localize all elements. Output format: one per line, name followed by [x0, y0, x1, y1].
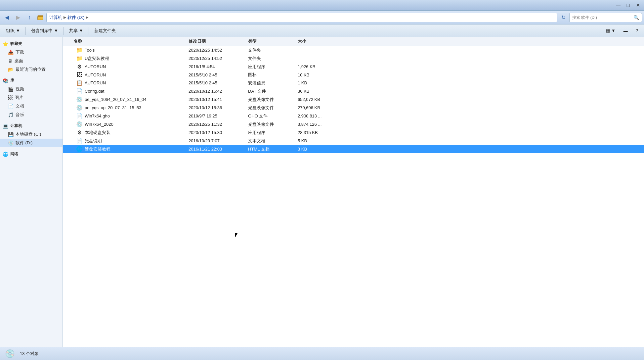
organize-button[interactable]: 组织 ▼	[3, 26, 23, 35]
table-row[interactable]: 📄 Win7x64.gho 2019/9/7 19:25 GHO 文件 2,90…	[63, 112, 644, 120]
maximize-button[interactable]: □	[623, 2, 633, 9]
file-size-cell: 1 KB	[298, 80, 341, 85]
table-row[interactable]: 📁 U盘安装教程 2020/12/25 14:52 文件夹	[63, 54, 644, 63]
minimize-button[interactable]: —	[614, 2, 623, 9]
views-button[interactable]: ▦ ▼	[603, 26, 619, 35]
sidebar-item[interactable]: 📄文档	[0, 102, 63, 111]
table-row[interactable]: ⚙ 本地硬盘安装 2020/10/12 15:30 应用程序 28,315 KB	[63, 128, 644, 137]
sidebar-item[interactable]: 🖥桌面	[0, 57, 63, 65]
views-dropdown-icon: ▼	[611, 28, 616, 33]
search-input[interactable]	[572, 15, 633, 20]
file-icon: 🖼	[76, 72, 83, 78]
sidebar-item[interactable]: 📥下载	[0, 48, 63, 57]
file-name-text: pe_yqs_xp_20_07_31_15_53	[85, 105, 141, 110]
help-button[interactable]: ?	[632, 26, 641, 35]
sidebar-item[interactable]: 💾本地磁盘 (C:)	[0, 130, 63, 139]
table-row[interactable]: 📄 光盘说明 2016/10/23 7:07 文本文档 5 KB	[63, 137, 644, 145]
table-row[interactable]: 📁 Tools 2020/12/25 14:52 文件夹	[63, 46, 644, 54]
file-date-cell: 2020/12/25 14:52	[189, 48, 248, 53]
table-row[interactable]: 💿 Win7x64_2020 2020/12/25 11:32 光盘映像文件 3…	[63, 120, 644, 128]
sidebar-section-header[interactable]: 📚库	[0, 76, 63, 85]
file-name-cell: 📋 AUTORUN	[63, 80, 189, 86]
refresh-button[interactable]: ↻	[559, 13, 568, 22]
file-list: 📁 Tools 2020/12/25 14:52 文件夹 📁 U盘安装教程 20…	[63, 46, 644, 347]
table-row[interactable]: 🌐 硬盘安装教程 2016/11/21 22:03 HTML 文档 3 KB	[63, 145, 644, 153]
sidebar-header-label: 网络	[10, 151, 18, 157]
sidebar-item[interactable]: 🖼图片	[0, 93, 63, 102]
file-size-cell: 36 KB	[298, 89, 341, 94]
table-row[interactable]: 🖼 AUTORUN 2015/5/10 2:45 图标 10 KB	[63, 71, 644, 79]
file-name-cell: 🌐 硬盘安装教程	[63, 146, 189, 152]
file-name-text: pe_yqs_1064_20_07_31_16_04	[85, 97, 147, 102]
file-date-cell: 2015/5/10 2:45	[189, 80, 248, 85]
back-button[interactable]: ◀	[2, 13, 12, 22]
file-size-cell: 3 KB	[298, 147, 341, 152]
sidebar-item-label: 软件 (D:)	[16, 140, 32, 146]
toolbar-separator-1	[25, 27, 26, 35]
table-row[interactable]: 📄 Config.dat 2020/10/12 15:42 DAT 文件 36 …	[63, 87, 644, 95]
sidebar-section-header[interactable]: 🌐网络	[0, 150, 63, 158]
sidebar-item-icon: 🖥	[8, 58, 13, 64]
toolbar-separator-2	[64, 27, 64, 35]
breadcrumb[interactable]: 计算机 ▶ 软件 (D:) ▶	[46, 13, 557, 22]
file-icon: 📁	[76, 47, 83, 53]
table-row[interactable]: ⚙ AUTORUN 2016/1/8 4:54 应用程序 1,926 KB	[63, 63, 644, 71]
sidebar-item-label: 文档	[16, 103, 24, 109]
breadcrumb-sep-1: ▶	[64, 15, 66, 20]
file-date-cell: 2020/10/12 15:30	[189, 130, 248, 135]
sidebar-item[interactable]: 📂最近访问的位置	[0, 65, 63, 74]
search-bar[interactable]: 🔍	[569, 13, 642, 22]
file-type-cell: 光盘映像文件	[248, 105, 298, 111]
status-count: 13 个对象	[20, 351, 39, 357]
sidebar-item-label: 桌面	[15, 58, 23, 64]
file-type-cell: 应用程序	[248, 64, 298, 70]
include-label: 包含到库中	[31, 28, 53, 34]
file-name-cell: 📁 U盘安装教程	[63, 55, 189, 62]
share-button[interactable]: 共享 ▼	[66, 26, 87, 35]
header-type[interactable]: 类型	[248, 38, 298, 44]
header-date[interactable]: 修改日期	[189, 38, 248, 44]
table-row[interactable]: 💿 pe_yqs_1064_20_07_31_16_04 2020/10/12 …	[63, 95, 644, 104]
file-icon: ⚙	[76, 64, 83, 70]
preview-icon: ▬	[623, 28, 628, 33]
table-row[interactable]: 📋 AUTORUN 2015/5/10 2:45 安装信息 1 KB	[63, 79, 644, 87]
preview-button[interactable]: ▬	[620, 26, 631, 35]
file-name-cell: 🖼 AUTORUN	[63, 72, 189, 78]
file-name-text: U盘安装教程	[85, 56, 109, 62]
sidebar-item-label: 下载	[16, 49, 24, 55]
breadcrumb-computer[interactable]: 计算机	[49, 15, 62, 21]
file-type-cell: 光盘映像文件	[248, 121, 298, 127]
sidebar: ⭐收藏夹📥下载🖥桌面📂最近访问的位置📚库🎬视频🖼图片📄文档🎵音乐💻计算机💾本地磁…	[0, 37, 63, 347]
up-button[interactable]: ↑	[24, 13, 34, 22]
sidebar-header-icon: 📚	[3, 78, 8, 83]
include-button[interactable]: 包含到库中 ▼	[28, 26, 62, 35]
breadcrumb-drive[interactable]: 软件 (D:)	[67, 15, 84, 21]
sidebar-header-label: 计算机	[10, 123, 22, 129]
new-folder-button[interactable]: 新建文件夹	[91, 26, 119, 35]
file-date-cell: 2019/9/7 19:25	[189, 113, 248, 118]
table-row[interactable]: 💿 pe_yqs_xp_20_07_31_15_53 2020/10/12 15…	[63, 104, 644, 112]
file-name-cell: 💿 Win7x64_2020	[63, 121, 189, 127]
file-name-text: AUTORUN	[85, 64, 106, 69]
file-date-cell: 2016/1/8 4:54	[189, 64, 248, 69]
toolbar-separator-3	[89, 27, 89, 35]
header-name[interactable]: 名称	[63, 38, 189, 44]
share-label: 共享	[69, 28, 78, 34]
header-size[interactable]: 大小	[298, 38, 341, 44]
search-icon[interactable]: 🔍	[633, 15, 639, 20]
file-type-cell: DAT 文件	[248, 88, 298, 94]
file-size-cell: 28,315 KB	[298, 130, 341, 135]
file-date-cell: 2020/10/12 15:42	[189, 89, 248, 94]
sidebar-section-header[interactable]: 💻计算机	[0, 122, 63, 130]
breadcrumb-sep-2: ▶	[86, 15, 88, 20]
forward-button[interactable]: ▶	[13, 13, 23, 22]
sidebar-item[interactable]: 🎬视频	[0, 85, 63, 93]
file-name-cell: 📄 光盘说明	[63, 138, 189, 144]
file-type-cell: 文本文档	[248, 138, 298, 144]
sidebar-item-label: 视频	[16, 86, 24, 92]
sidebar-section-header[interactable]: ⭐收藏夹	[0, 40, 63, 48]
sidebar-item[interactable]: 🎵音乐	[0, 111, 63, 119]
close-button[interactable]: ✕	[633, 2, 643, 9]
sidebar-item[interactable]: 💿软件 (D:)	[0, 139, 63, 147]
sidebar-item-icon: 📥	[8, 50, 14, 55]
